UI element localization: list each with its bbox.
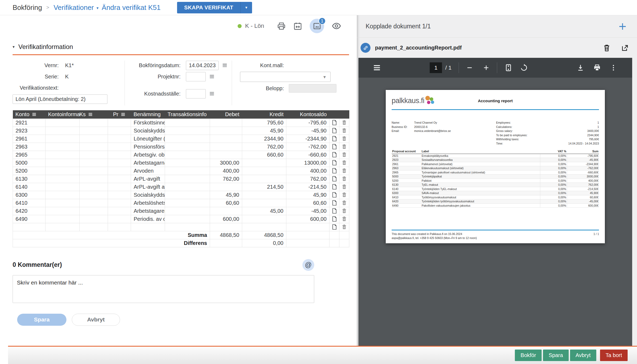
pr-cell[interactable] (108, 223, 131, 231)
pr-cell[interactable] (108, 119, 131, 127)
row-document-icon[interactable] (329, 175, 339, 183)
row-document-icon[interactable] (329, 223, 339, 231)
konto-cell[interactable]: 6300 (13, 191, 46, 199)
ks-cell[interactable] (80, 207, 108, 215)
breadcrumb-verifikationer[interactable]: Verifikationer (54, 3, 94, 12)
transaktionsinfo-cell[interactable] (165, 159, 210, 167)
debet-cell[interactable] (210, 207, 242, 215)
row-document-icon[interactable] (329, 199, 339, 207)
mention-at-icon[interactable]: @ (302, 259, 314, 271)
benamning-cell[interactable]: Socialskyddsa (131, 191, 165, 199)
benamning-cell[interactable] (131, 223, 165, 231)
ks-cell[interactable] (80, 167, 108, 175)
pdf-print-icon[interactable] (593, 64, 601, 72)
pr-cell[interactable] (108, 215, 131, 223)
debet-cell[interactable]: 762,00 (210, 175, 242, 183)
row-document-icon[interactable] (329, 159, 339, 167)
kredit-cell[interactable]: 762,00 (242, 143, 286, 151)
kredit-cell[interactable]: 795,60 (242, 119, 286, 127)
transaktionsinfo-cell[interactable] (165, 191, 210, 199)
skapa-verifikat-dropdown[interactable]: ▾ (240, 2, 252, 13)
ks-cell[interactable] (80, 127, 108, 135)
debet-cell[interactable] (210, 183, 242, 191)
ks-cell[interactable] (80, 119, 108, 127)
benamning-cell[interactable]: Arvoden (131, 167, 165, 175)
kontoinformation-cell[interactable] (46, 223, 80, 231)
zoom-in-icon[interactable] (482, 64, 490, 71)
pr-cell[interactable] (108, 159, 131, 167)
kontoinformation-cell[interactable] (46, 119, 80, 127)
row-document-icon[interactable] (329, 207, 339, 215)
row-trash-icon[interactable] (339, 151, 349, 159)
kontoinformation-cell[interactable] (46, 207, 80, 215)
konto-cell[interactable]: 2965 (13, 151, 46, 159)
benamning-cell[interactable]: Pensionsförs.a (131, 143, 165, 151)
ks-header[interactable]: Ks (80, 110, 108, 119)
debet-cell[interactable]: 60,60 (210, 199, 242, 207)
benamning-cell[interactable]: Periodis. av ob (131, 215, 165, 223)
konto-cell[interactable]: 5000 (13, 159, 46, 167)
pr-cell[interactable] (108, 151, 131, 159)
benamning-cell[interactable]: Arbetstagaren (131, 207, 165, 215)
konto-cell[interactable]: 6140 (13, 183, 46, 191)
row-trash-icon[interactable] (339, 143, 349, 151)
save-button[interactable]: Spara (17, 314, 66, 326)
row-document-icon[interactable] (329, 167, 339, 175)
konto-cell[interactable]: 5200 (13, 167, 46, 175)
pr-cell[interactable] (108, 199, 131, 207)
konto-cell[interactable]: 6410 (13, 199, 46, 207)
benamning-cell[interactable]: Arbetslöshetsf (131, 199, 165, 207)
print-icon[interactable] (277, 22, 286, 31)
kontoinformation-cell[interactable] (46, 159, 80, 167)
kontoinformation-cell[interactable] (46, 183, 80, 191)
konto-cell[interactable] (13, 223, 46, 231)
kredit-cell[interactable]: 45,00 (242, 207, 286, 215)
kontoinformation-cell[interactable] (46, 167, 80, 175)
konto-cell[interactable]: 2921 (13, 119, 46, 127)
cancel-button[interactable]: Avbryt (72, 314, 120, 326)
attached-file-row[interactable]: payment_2_accountingReport.pdf (357, 38, 637, 58)
skapa-verifikat-button[interactable]: SKAPA VERIFIKAT (177, 2, 240, 13)
kontoinformation-cell[interactable] (46, 175, 80, 183)
debet-cell[interactable]: 600,00 (210, 215, 242, 223)
calendar-period-icon[interactable] (293, 22, 302, 31)
eye-preview-icon[interactable] (332, 21, 341, 31)
kredit-cell[interactable] (242, 199, 286, 207)
debet-cell[interactable] (210, 143, 242, 151)
row-document-icon[interactable] (329, 151, 339, 159)
menu-icon[interactable] (372, 63, 381, 72)
pr-header[interactable]: Pr (108, 110, 131, 119)
bottom-save-button[interactable]: Spara (543, 350, 568, 361)
kostnadsstalle-picker-icon[interactable] (209, 91, 215, 97)
pr-cell[interactable] (108, 135, 131, 143)
pr-cell[interactable] (108, 167, 131, 175)
debet-cell[interactable] (210, 223, 242, 231)
transaktionsinfo-cell[interactable] (165, 223, 210, 231)
benamning-cell[interactable]: Socialskyddsa (131, 127, 165, 135)
row-trash-icon[interactable] (339, 135, 349, 143)
kontoinformation-cell[interactable] (46, 135, 80, 143)
fit-page-icon[interactable] (504, 63, 513, 72)
ks-cell[interactable] (80, 143, 108, 151)
row-trash-icon[interactable] (339, 199, 349, 207)
row-trash-icon[interactable] (339, 223, 349, 231)
row-document-icon[interactable] (329, 127, 339, 135)
benamning-cell[interactable]: Löneutgifter (p (131, 135, 165, 143)
pr-cell[interactable] (108, 127, 131, 135)
kredit-cell[interactable] (242, 175, 286, 183)
pr-cell[interactable] (108, 207, 131, 215)
more-vertical-icon[interactable] (610, 64, 617, 71)
transaktionsinfo-cell[interactable] (165, 167, 210, 175)
verifikatinformation-section-toggle[interactable]: ▾ Verifikatinformation (13, 43, 357, 51)
kontoinformation-cell[interactable] (46, 151, 80, 159)
row-document-icon[interactable] (329, 215, 339, 223)
ks-cell[interactable] (80, 151, 108, 159)
ks-cell[interactable] (80, 175, 108, 183)
pr-cell[interactable] (108, 191, 131, 199)
date-picker-icon[interactable] (222, 62, 228, 68)
kredit-cell[interactable]: 45,90 (242, 127, 286, 135)
kredit-cell[interactable]: 660,60 (242, 151, 286, 159)
zoom-out-icon[interactable] (466, 64, 473, 71)
row-document-icon[interactable] (329, 191, 339, 199)
debet-cell[interactable] (210, 127, 242, 135)
